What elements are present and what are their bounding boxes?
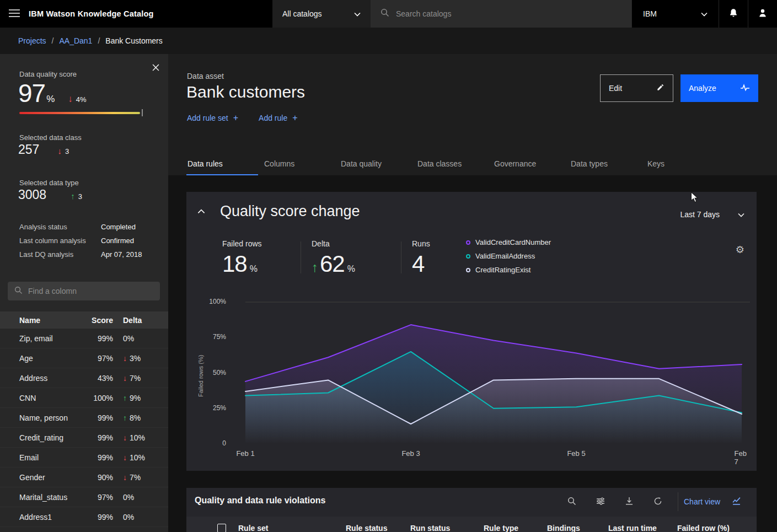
analyze-button[interactable]: Analyze	[680, 74, 758, 102]
table-search-button[interactable]	[558, 493, 586, 510]
legend-ring-icon	[466, 240, 470, 245]
asset-header-section: Data asset Bank customers Add rule set +…	[168, 54, 777, 175]
column-name: Age	[19, 354, 81, 363]
gear-icon: ⚙	[736, 244, 744, 255]
user-avatar-icon	[758, 8, 767, 19]
filter-settings-button[interactable]	[586, 493, 615, 510]
breadcrumb-project-link[interactable]: AA_Dan1	[59, 36, 92, 45]
metric-unit: %	[347, 264, 355, 274]
column-row-email[interactable]: Email99%↓10%	[0, 448, 168, 467]
column-row-name-person[interactable]: Name, person99%↑8%	[0, 408, 168, 428]
tab-data-types[interactable]: Data types	[570, 155, 641, 176]
column-name: Name, person	[19, 413, 81, 422]
account-selector-label: IBM	[643, 9, 657, 18]
down-arrow-icon: ↓	[123, 433, 127, 442]
delta-value: 10%	[130, 433, 145, 442]
edit-button[interactable]: Edit	[600, 74, 673, 102]
refresh-icon	[653, 497, 662, 507]
column-score: 99%	[81, 334, 113, 343]
catalog-selector-dropdown[interactable]: All catalogs	[272, 0, 371, 28]
select-all-checkbox[interactable]	[217, 524, 226, 532]
metric-divider	[301, 241, 301, 273]
time-range-dropdown[interactable]: Last 7 days	[680, 210, 744, 219]
tab-columns[interactable]: Columns	[263, 155, 335, 176]
column-delta: ↑8%	[113, 413, 153, 422]
legend-ring-icon	[466, 254, 470, 259]
quality-score-gradient-bar	[19, 112, 140, 114]
legend-item-validemailaddress[interactable]: ValidEmailAddress	[466, 252, 551, 260]
legend-item-creditratingexist[interactable]: CreditRatingExist	[466, 266, 551, 274]
catalog-search-input[interactable]	[396, 9, 621, 18]
column-delta: ↓7%	[113, 374, 153, 383]
notifications-button[interactable]	[719, 0, 748, 28]
header-brand-zone: IBM Watson Knowledge Catalog	[0, 0, 272, 28]
column-delta: ↑9%	[113, 394, 153, 402]
column-name: Zip, email	[19, 334, 81, 343]
chevron-up-icon	[197, 207, 205, 216]
filter-sliders-icon	[596, 497, 605, 507]
hamburger-menu-button[interactable]	[0, 0, 29, 28]
user-profile-button[interactable]	[748, 0, 777, 28]
column-score: 99%	[81, 413, 113, 422]
metric-label: Failed rows	[222, 239, 262, 248]
column-row-address1[interactable]: Address199%0%	[0, 507, 168, 527]
meta-row: Last column analysis Confirmed	[19, 234, 158, 248]
column-row-zip-email[interactable]: Zip, email99%0%	[0, 329, 168, 348]
delta-value: 3%	[130, 354, 141, 363]
find-column-input[interactable]	[28, 287, 153, 295]
chart-view-toggle[interactable]: Chart view	[684, 488, 741, 515]
column-row-cnn[interactable]: CNN100%↑9%	[0, 388, 168, 408]
y-tick-label: 100%	[201, 298, 226, 305]
quality-score-change-card: Quality score change Last 7 days Failed …	[186, 192, 757, 471]
violations-column-rule-status: Rule status	[346, 524, 410, 532]
header-delta: Delta	[113, 316, 153, 325]
download-button[interactable]	[615, 493, 644, 510]
search-icon	[14, 286, 23, 297]
page-title: Bank customers	[186, 83, 305, 101]
delta-value: 0%	[123, 493, 134, 502]
notification-bell-icon	[729, 8, 738, 19]
analyze-button-label: Analyze	[689, 84, 716, 93]
metric-value: 62	[320, 251, 345, 277]
add-rule-links: Add rule set + Add rule +	[187, 113, 298, 123]
chart-settings-button[interactable]: ⚙	[736, 245, 744, 255]
column-row-age[interactable]: Age97%↓3%	[0, 348, 168, 368]
tab-data-rules[interactable]: Data rules	[186, 155, 258, 176]
add-rule-link[interactable]: Add rule +	[259, 113, 298, 123]
down-arrow-icon: ↓	[123, 473, 127, 482]
column-row-marital-status[interactable]: Marital_status97%0%	[0, 487, 168, 507]
metric-label: Runs	[412, 239, 430, 248]
y-tick-label: 75%	[201, 333, 226, 341]
x-tick-label: Feb 3	[401, 449, 420, 458]
close-panel-button[interactable]	[152, 64, 159, 73]
tab-governance[interactable]: Governance	[493, 155, 565, 176]
column-delta: 0%	[113, 513, 153, 522]
collapse-card-button[interactable]	[197, 207, 205, 216]
down-arrow-icon: ↓	[68, 94, 73, 105]
down-arrow-icon: ↓	[57, 146, 62, 155]
tab-data-classes[interactable]: Data classes	[416, 155, 488, 176]
data-class-label: Selected data class	[19, 133, 82, 142]
quality-line-chart	[186, 192, 757, 471]
data-type-value: 3008	[18, 187, 46, 202]
column-row-credit-rating[interactable]: Credit_rating99%↓10%	[0, 428, 168, 448]
account-selector-dropdown[interactable]: IBM	[631, 0, 719, 28]
column-row-gender[interactable]: Gender90%↓7%	[0, 467, 168, 487]
meta-row: Analysis status Completed	[19, 220, 158, 234]
add-rule-set-label: Add rule set	[187, 114, 228, 122]
y-tick-label: 0	[201, 439, 226, 447]
column-row-address[interactable]: Address43%↓7%	[0, 368, 168, 388]
up-arrow-icon: ↑	[71, 191, 75, 201]
refresh-button[interactable]	[644, 493, 672, 510]
legend-item-validcreditcardnumber[interactable]: ValidCreditCardNumber	[466, 238, 551, 246]
plus-icon: +	[292, 113, 297, 123]
tab-data-quality[interactable]: Data quality	[340, 155, 411, 176]
meta-row: Last DQ analysis Apr 07, 2018	[19, 248, 158, 261]
column-score: 100%	[81, 394, 113, 402]
tab-keys[interactable]: Keys	[646, 155, 718, 176]
chart-view-label: Chart view	[684, 497, 720, 506]
breadcrumb-projects-link[interactable]: Projects	[18, 36, 46, 45]
down-arrow-icon: ↓	[123, 453, 127, 462]
up-arrow-icon: ↑	[312, 260, 318, 275]
add-rule-set-link[interactable]: Add rule set +	[187, 113, 238, 123]
